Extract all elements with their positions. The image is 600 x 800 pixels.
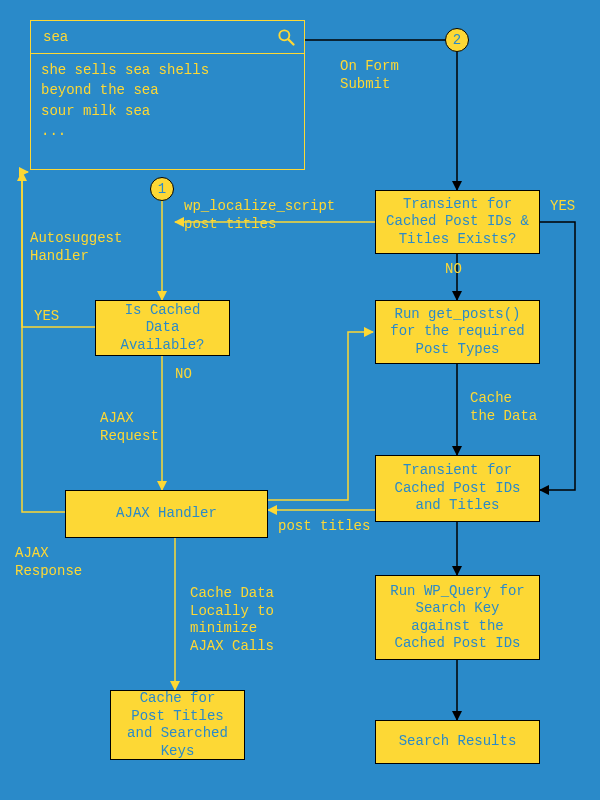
search-row: [31, 21, 304, 54]
label-yes-left: YES: [34, 308, 59, 326]
label-no-right: NO: [445, 261, 462, 279]
node-ajax-handler: AJAX Handler: [65, 490, 268, 538]
svg-line-1: [289, 40, 294, 45]
label-ajax-request: AJAX Request: [100, 410, 159, 445]
search-input[interactable]: [41, 28, 268, 46]
label-on-form-submit: On Form Submit: [340, 58, 399, 93]
node-search-results: Search Results: [375, 720, 540, 764]
label-ajax-response: AJAX Response: [15, 545, 82, 580]
label-yes-right: YES: [550, 198, 575, 216]
label-wp-localize-script: wp_localize_script post titles: [184, 198, 335, 233]
node-transient-exists: Transient for Cached Post IDs & Titles E…: [375, 190, 540, 254]
node-is-cached-data: Is Cached Data Available?: [95, 300, 230, 356]
label-autosuggest-handler: Autosuggest Handler: [30, 230, 122, 265]
suggestion-item[interactable]: sour milk sea: [41, 101, 294, 121]
label-no-left: NO: [175, 366, 192, 384]
node-cache-for-post: Cache for Post Titles and Searched Keys: [110, 690, 245, 760]
search-icon[interactable]: [276, 27, 296, 47]
suggestion-item[interactable]: she sells sea shells: [41, 60, 294, 80]
flowchart-canvas: she sells sea shells beyond the sea sour…: [0, 0, 600, 800]
node-run-wp-query: Run WP_Query for Search Key against the …: [375, 575, 540, 660]
autosuggest-list: she sells sea shells beyond the sea sour…: [31, 54, 304, 147]
node-run-get-posts: Run get_posts() for the required Post Ty…: [375, 300, 540, 364]
suggestion-item: ...: [41, 121, 294, 141]
marker-2: 2: [445, 28, 469, 52]
node-transient-cached: Transient for Cached Post IDs and Titles: [375, 455, 540, 522]
label-cache-the-data: Cache the Data: [470, 390, 537, 425]
label-post-titles: post titles: [278, 518, 370, 536]
suggestion-item[interactable]: beyond the sea: [41, 80, 294, 100]
search-panel: she sells sea shells beyond the sea sour…: [30, 20, 305, 170]
marker-1: 1: [150, 177, 174, 201]
label-cache-locally: Cache Data Locally to minimize AJAX Call…: [190, 585, 274, 655]
